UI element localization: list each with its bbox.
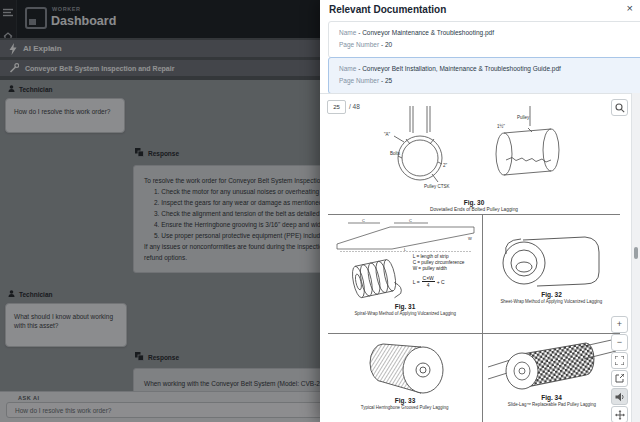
page-number-input[interactable] (327, 100, 346, 114)
fig31-number: Fig. 31 (395, 303, 416, 310)
move-icon (615, 410, 625, 420)
viewer-scrollbar[interactable] (631, 93, 640, 422)
fig30-drawing: "A" Pulley 1½" Bolts 2" Pulley CTSK (354, 106, 594, 198)
open-external-button[interactable] (611, 370, 628, 387)
fig31-label-c2: C (409, 218, 412, 223)
fig31-label-l: L (404, 247, 407, 252)
speaker-icon (615, 392, 625, 402)
fig34-drawing (488, 337, 616, 393)
close-icon[interactable]: × (627, 2, 633, 14)
document-2-page-line: Page Number - 25 (339, 75, 640, 87)
fig33-number: Fig. 33 (395, 397, 416, 404)
document-2-name-line: Name - Conveyor Belt Installation, Maint… (339, 63, 640, 75)
fig30-number: Fig. 30 (464, 199, 485, 206)
read-aloud-button[interactable] (611, 388, 628, 405)
fig32-drawing (497, 230, 607, 290)
fig30-panel: "A" Pulley 1½" Bolts 2" Pulley CTSK Fig.… (328, 94, 620, 215)
doc-1-page-value: - 20 (381, 41, 392, 48)
pan-button[interactable] (611, 406, 628, 422)
document-card-1[interactable]: Name - Conveyor Maintenance & Troublesho… (328, 21, 640, 58)
fig30-label-dim: 1½" (497, 123, 505, 129)
fig30-label-ctsk: Pulley CTSK (424, 184, 450, 189)
fig33-34-row: Fig. 33 Typical Herringbone Grooved Pull… (328, 333, 620, 422)
pdf-viewer: "A" Pulley 1½" Bolts 2" Pulley CTSK Fig.… (320, 93, 640, 422)
fit-to-page-button[interactable] (611, 352, 628, 369)
external-link-icon (615, 374, 624, 383)
fig30-label-pulley: Pulley (517, 115, 530, 120)
fig31-label-w: W (468, 236, 472, 241)
fig31-legend-3: W = pulley width (413, 266, 465, 272)
doc-2-page-label: Page Number (339, 77, 379, 84)
search-button[interactable] (611, 99, 628, 116)
document-card-2-selected[interactable]: Name - Conveyor Belt Installation, Maint… (328, 57, 640, 94)
minus-icon: − (617, 338, 622, 347)
zoom-in-button[interactable]: + (611, 316, 628, 333)
doc-1-name-label: Name (339, 29, 356, 36)
fig31-pulley-drawing (346, 254, 408, 302)
fig33-panel: Fig. 33 Typical Herringbone Grooved Pull… (328, 333, 483, 422)
plus-icon: + (617, 320, 622, 329)
doc-1-page-label: Page Number (339, 41, 379, 48)
fig32-caption: Sheet-Wrap Method of Applying Vulcanized… (501, 299, 603, 304)
doc-1-name-value: - Conveyor Maintenance & Troubleshooting… (358, 29, 494, 36)
doc-2-page-value: - 25 (381, 77, 392, 84)
pdf-page: "A" Pulley 1½" Bolts 2" Pulley CTSK Fig.… (328, 94, 620, 422)
fig32-panel: Fig. 32 Sheet-Wrap Method of Applying Vu… (483, 214, 620, 333)
fig31-formula-denominator: 4 (427, 282, 430, 288)
fig31-32-row: C C W L (328, 214, 620, 334)
doc-2-name-value: - Conveyor Belt Installation, Maintenanc… (358, 65, 561, 72)
fig34-number: Fig. 34 (541, 394, 562, 401)
fullscreen-icon (615, 356, 624, 365)
fig30-label-a: "A" (384, 132, 391, 137)
fig34-panel: Fig. 34 Slide-Lag™ Replaceable Pad Pulle… (483, 333, 620, 422)
zoom-out-button[interactable]: − (611, 334, 628, 351)
document-1-page-line: Page Number - 20 (339, 39, 640, 51)
doc-2-name-label: Name (339, 65, 356, 72)
viewer-scroll-thumb[interactable] (634, 247, 638, 259)
fig31-body: L = length of strip C = pulley circumfer… (346, 254, 465, 302)
fig33-caption: Typical Herringbone Grooved Pulley Laggi… (361, 405, 449, 410)
fig30-label-dim2: 2" (443, 163, 448, 168)
fig30-caption: Dovetailed Ends of Bolted Pulley Lagging (430, 207, 518, 212)
fig31-formula-lhs: L = (413, 279, 420, 285)
fig31-formula-tail: + C (437, 279, 445, 285)
fig30-label-bolts: Bolts (390, 151, 401, 156)
fig32-number: Fig. 32 (541, 291, 562, 298)
fig31-panel: C C W L (328, 214, 483, 333)
relevant-documentation-panel: Relevant Documentation × Name - Conveyor… (320, 0, 640, 422)
fig31-strip-drawing: C C W L (332, 218, 478, 252)
fig31-caption: Spiral-Wrap Method of Applying Vulcanize… (354, 311, 456, 316)
fig31-legend-block: L = length of strip C = pulley circumfer… (413, 254, 465, 288)
page-total: / 48 (349, 103, 360, 110)
modal-title: Relevant Documentation (329, 4, 446, 15)
document-1-name-line: Name - Conveyor Maintenance & Troublesho… (339, 27, 640, 39)
fig31-formula-numerator: C×W (422, 275, 435, 282)
search-icon (615, 103, 625, 113)
fig34-caption: Slide-Lag™ Replaceable Pad Pulley Laggin… (507, 402, 595, 407)
fig31-label-c1: C (362, 218, 365, 223)
fig31-formula: L = C×W4 + C (413, 275, 465, 288)
fig33-drawing (357, 338, 453, 396)
